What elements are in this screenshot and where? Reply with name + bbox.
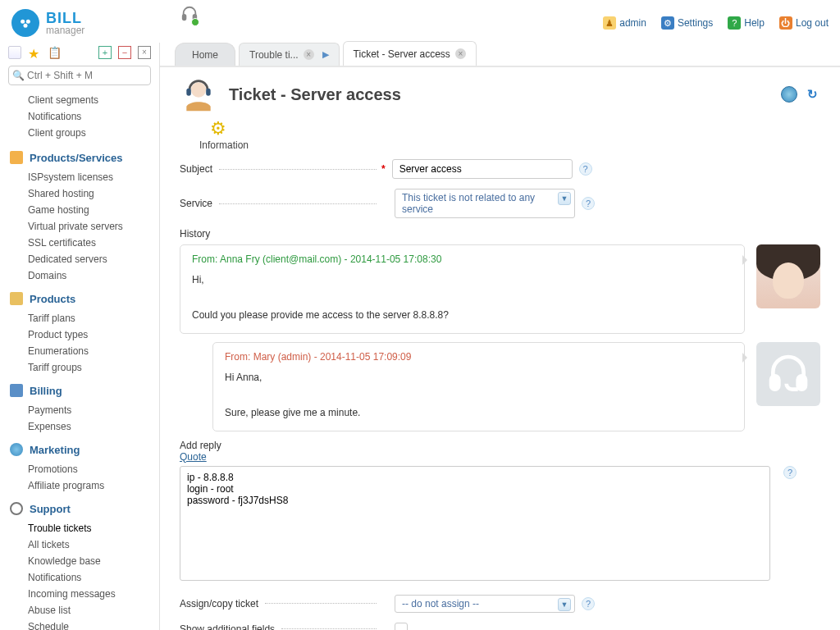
sidebar-item[interactable]: Enumerations [0, 343, 159, 359]
add-reply-label: Add reply [180, 440, 820, 451]
cart-icon [10, 151, 23, 164]
sidebar-item[interactable]: Tariff plans [0, 310, 159, 326]
sidebar-group-header[interactable]: Billing [0, 379, 159, 402]
tool-close-icon[interactable]: × [138, 46, 151, 59]
sidebar-group-header[interactable]: Support [0, 497, 159, 520]
information-label: Information [199, 139, 249, 151]
required-marker: * [381, 163, 386, 175]
history-label: History [180, 228, 820, 240]
message-header: From: Anna Fry (client@mail.com) - 2014-… [192, 253, 733, 265]
tab[interactable]: Ticket - Server access× [343, 41, 477, 66]
tool-collapse-icon[interactable]: − [118, 46, 131, 59]
sidebar-item[interactable]: Notifications [0, 569, 159, 586]
sidebar-item[interactable]: Incoming messages [0, 586, 159, 602]
svg-rect-6 [186, 89, 191, 96]
tab[interactable]: Trouble ti...×▶ [239, 43, 340, 66]
sidebar-item[interactable]: Schedule [0, 619, 159, 630]
tab-close-icon[interactable]: × [304, 49, 314, 60]
logo-text-2: manager [46, 25, 84, 35]
showadditional-label: Show additional fields [180, 623, 278, 630]
sidebar-item[interactable]: Notifications [0, 108, 159, 125]
svg-point-5 [191, 82, 206, 97]
logo-icon [11, 9, 39, 37]
sidebar-item[interactable]: Game hosting [0, 202, 159, 218]
svg-point-1 [26, 20, 30, 24]
message-avatar [756, 342, 820, 406]
bill-icon [10, 384, 23, 397]
sidebar-item[interactable]: Trouble tickets [0, 520, 159, 536]
reply-help-icon[interactable]: ? [783, 466, 797, 479]
ticket-avatar-icon [180, 75, 217, 113]
service-label: Service [180, 198, 216, 209]
sidebar-item[interactable]: Client segments [0, 92, 159, 108]
box-icon [10, 292, 23, 305]
quote-link[interactable]: Quote [180, 451, 207, 463]
svg-rect-3 [183, 15, 186, 20]
sidebar-item[interactable]: Promotions [0, 461, 159, 477]
topnav-user[interactable]: ♟admin [603, 16, 646, 30]
help-icon: ? [728, 16, 741, 30]
sidebar-item[interactable]: Domains [0, 267, 159, 284]
globe-icon [10, 443, 23, 456]
assign-select[interactable]: -- do not assign -- ▼ [395, 595, 575, 613]
dropdown-arrow-icon: ▼ [558, 598, 571, 611]
page-title: Ticket - Server access [229, 85, 401, 104]
svg-rect-8 [771, 376, 778, 389]
info-gear-icon[interactable]: ⚙ [199, 118, 237, 139]
search-icon: 🔍 [12, 70, 25, 81]
sidebar-item[interactable]: Affiliate programs [0, 477, 159, 494]
logo-text-1: BILL [46, 11, 84, 25]
message-bubble: From: Mary (admin) - 2014-11-05 17:09:09… [212, 342, 745, 431]
message-header: From: Mary (admin) - 2014-11-05 17:09:09 [225, 351, 733, 363]
tool-list-icon[interactable] [8, 46, 21, 59]
sidebar-item[interactable]: Dedicated servers [0, 251, 159, 267]
sidebar-item[interactable]: Client groups [0, 125, 159, 141]
tool-star-icon[interactable]: ★ [28, 46, 41, 59]
sidebar-item[interactable]: Product types [0, 326, 159, 343]
service-select[interactable]: This ticket is not related to any servic… [395, 189, 575, 218]
sidebar-item[interactable]: Virtual private servers [0, 218, 159, 235]
tab-arrow-icon: ▶ [322, 49, 329, 60]
refresh-action-icon[interactable]: ↻ [804, 86, 820, 103]
sidebar-group-header[interactable]: Products [0, 287, 159, 310]
svg-rect-7 [206, 89, 210, 96]
subject-help-icon[interactable]: ? [579, 162, 592, 176]
tool-clipboard-icon[interactable]: 📋 [48, 46, 61, 59]
topnav-logout[interactable]: ⏻Log out [779, 16, 829, 30]
sidebar-item[interactable]: Payments [0, 402, 159, 418]
message-body: Hi,Could you please provide me access to… [192, 272, 733, 325]
globe-action-icon[interactable] [781, 86, 797, 103]
app-logo[interactable]: BILL manager [11, 9, 84, 37]
sidebar-item[interactable]: Shared hosting [0, 185, 159, 202]
gear-icon: ⚙ [661, 16, 674, 30]
svg-point-0 [21, 20, 25, 24]
sidebar-search-input[interactable] [8, 66, 151, 85]
sidebar-item[interactable]: Abuse list [0, 602, 159, 619]
reply-textarea[interactable] [180, 466, 770, 581]
sidebar-group-header[interactable]: Marketing [0, 438, 159, 461]
sidebar-item[interactable]: Tariff groups [0, 359, 159, 376]
sidebar-item[interactable]: All tickets [0, 536, 159, 553]
tab-close-icon[interactable]: × [455, 48, 466, 59]
subject-input[interactable] [392, 159, 573, 179]
service-help-icon[interactable]: ? [582, 197, 595, 210]
svg-point-2 [24, 24, 28, 28]
showadditional-checkbox[interactable] [395, 623, 408, 630]
topnav-settings[interactable]: ⚙Settings [661, 16, 713, 30]
message-avatar [756, 244, 820, 308]
sidebar-item[interactable]: SSL certificates [0, 235, 159, 251]
tool-expand-icon[interactable]: + [98, 46, 112, 59]
sidebar-item[interactable]: ISPsystem licenses [0, 169, 159, 185]
assign-help-icon[interactable]: ? [582, 597, 595, 610]
support-headset-icon[interactable] [180, 5, 199, 25]
tab[interactable]: Home [175, 43, 235, 66]
topnav-help[interactable]: ?Help [728, 16, 765, 30]
subject-label: Subject [180, 163, 216, 175]
sidebar-group-header[interactable]: Products/Services [0, 146, 159, 169]
support-icon [10, 502, 23, 515]
logout-icon: ⏻ [779, 16, 792, 30]
dropdown-arrow-icon: ▼ [558, 192, 571, 205]
message-bubble: From: Anna Fry (client@mail.com) - 2014-… [180, 244, 745, 334]
sidebar-item[interactable]: Knowledge base [0, 553, 159, 569]
sidebar-item[interactable]: Expenses [0, 418, 159, 435]
